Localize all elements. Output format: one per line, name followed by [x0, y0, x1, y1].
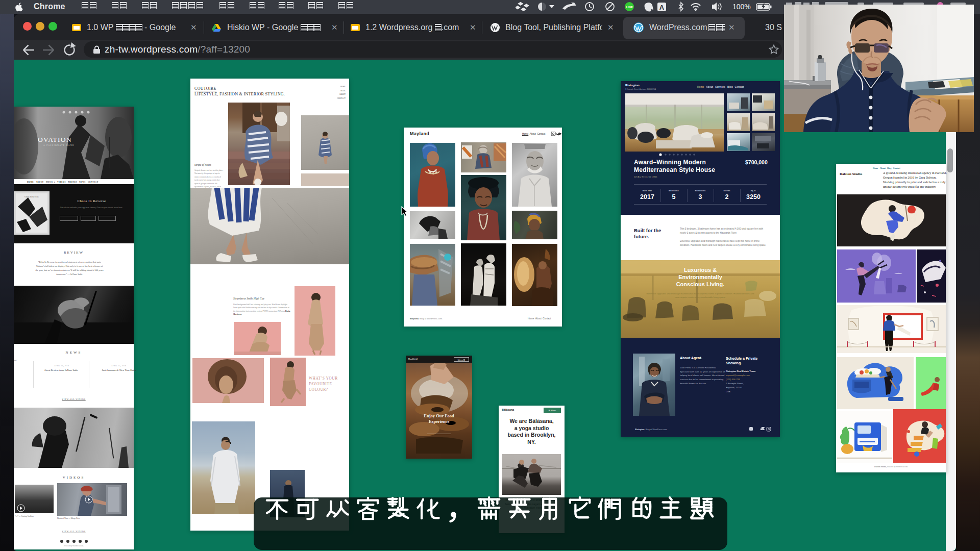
svg-text:100%: 100%: [732, 3, 751, 11]
svg-text:LINE: LINE: [626, 6, 633, 9]
svg-text:Chaos In Reverse: Chaos In Reverse: [24, 195, 39, 198]
svg-text:A: A: [659, 4, 665, 11]
